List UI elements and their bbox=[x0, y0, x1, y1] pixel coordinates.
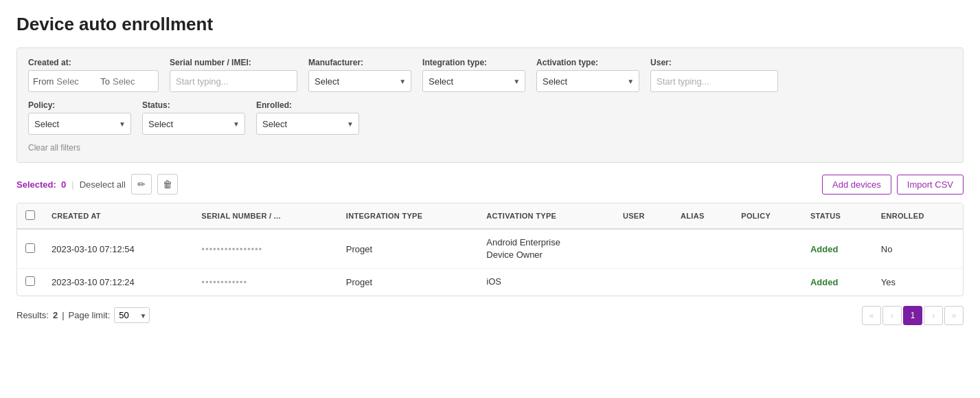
filter-manufacturer: Manufacturer: Select bbox=[308, 58, 411, 92]
manufacturer-label: Manufacturer: bbox=[308, 58, 411, 67]
integration-select[interactable]: Select bbox=[422, 70, 525, 92]
cell-status: Added bbox=[802, 269, 873, 296]
selected-info: Selected: 0 | Deselect all bbox=[16, 179, 126, 190]
select-all-col bbox=[17, 203, 43, 229]
edit-icon: ✏ bbox=[137, 179, 146, 190]
col-status: STATUS bbox=[802, 203, 873, 229]
activation-select[interactable]: Select bbox=[536, 70, 639, 92]
cell-serial: •••••••••••••••• bbox=[193, 229, 337, 269]
pagination-area: Results: 2 | Page limit: 50 10 25 100 « … bbox=[16, 306, 964, 325]
col-alias: ALIAS bbox=[672, 203, 733, 229]
pagination-controls: « ‹ 1 › » bbox=[862, 306, 964, 325]
cell-alias bbox=[672, 229, 733, 269]
page-limit-label: Page limit: bbox=[69, 310, 111, 320]
deselect-all-button[interactable]: Deselect all bbox=[80, 179, 126, 190]
first-page-button[interactable]: « bbox=[862, 306, 881, 325]
cell-activation-type: Android EnterpriseDevice Owner bbox=[478, 229, 615, 269]
import-csv-button[interactable]: Import CSV bbox=[897, 175, 964, 195]
cell-created-at: 2023-03-10 07:12:54 bbox=[43, 229, 193, 269]
cell-integration-type: Proget bbox=[338, 269, 478, 296]
filter-activation: Activation type: Select bbox=[536, 58, 639, 92]
status-select[interactable]: Select bbox=[142, 113, 245, 135]
page-1-button[interactable]: 1 bbox=[903, 306, 922, 325]
results-label: Results: bbox=[16, 310, 49, 320]
activation-label: Activation type: bbox=[536, 58, 639, 67]
filter-row-1: Created at: From To Serial number / IMEI… bbox=[28, 58, 952, 92]
date-from-input[interactable] bbox=[56, 76, 98, 87]
activation-select-wrapper: Select bbox=[536, 70, 639, 92]
to-label: To bbox=[100, 76, 110, 87]
pipe-separator: | bbox=[62, 310, 64, 320]
cell-integration-type: Proget bbox=[338, 229, 478, 269]
cell-status: Added bbox=[802, 229, 873, 269]
prev-page-button[interactable]: ‹ bbox=[882, 306, 902, 325]
filter-created-at: Created at: From To bbox=[28, 58, 159, 92]
page-limit-wrapper: 50 10 25 100 bbox=[114, 307, 150, 323]
results-count: 2 bbox=[53, 310, 58, 320]
integration-label: Integration type: bbox=[422, 58, 525, 67]
toolbar-right: Add devices Import CSV bbox=[822, 175, 964, 195]
last-page-button[interactable]: » bbox=[944, 306, 964, 325]
edit-button[interactable]: ✏ bbox=[131, 174, 152, 195]
col-created-at: CREATED AT bbox=[43, 203, 193, 229]
cell-alias bbox=[672, 269, 733, 296]
row-checkbox[interactable] bbox=[25, 276, 35, 286]
filter-enrolled: Enrolled: Select bbox=[256, 100, 359, 135]
serial-input[interactable] bbox=[170, 70, 297, 92]
add-devices-button[interactable]: Add devices bbox=[822, 175, 891, 195]
policy-label: Policy: bbox=[28, 100, 131, 110]
col-activation-type: ACTIVATION TYPE bbox=[478, 203, 615, 229]
col-serial: SERIAL NUMBER / ... bbox=[193, 203, 337, 229]
next-page-button[interactable]: › bbox=[924, 306, 943, 325]
col-user: USER bbox=[615, 203, 672, 229]
row-checkbox[interactable] bbox=[25, 243, 35, 253]
table-header: CREATED AT SERIAL NUMBER / ... INTEGRATI… bbox=[17, 203, 963, 229]
row-checkbox-cell bbox=[17, 229, 43, 269]
user-input[interactable] bbox=[650, 70, 778, 92]
integration-select-wrapper: Select bbox=[422, 70, 525, 92]
selected-count-label: Selected: 0 bbox=[16, 179, 66, 190]
col-enrolled: ENROLLED bbox=[873, 203, 963, 229]
cell-activation-type: iOS bbox=[478, 269, 615, 296]
device-table: CREATED AT SERIAL NUMBER / ... INTEGRATI… bbox=[17, 203, 963, 296]
filter-user: User: bbox=[650, 58, 778, 92]
serial-label: Serial number / IMEI: bbox=[170, 58, 297, 67]
delete-button[interactable]: 🗑 bbox=[157, 174, 178, 195]
page-limit-select[interactable]: 50 10 25 100 bbox=[114, 307, 150, 323]
cell-user bbox=[615, 269, 672, 296]
enrolled-select-wrapper: Select bbox=[256, 113, 359, 135]
cell-serial: •••••••••••• bbox=[193, 269, 337, 296]
filter-status: Status: Select bbox=[142, 100, 245, 135]
enrolled-select[interactable]: Select bbox=[256, 113, 359, 135]
policy-select-wrapper: Select bbox=[28, 113, 131, 135]
cell-created-at: 2023-03-10 07:12:24 bbox=[43, 269, 193, 296]
row-checkbox-cell bbox=[17, 269, 43, 296]
created-at-label: Created at: bbox=[28, 58, 159, 67]
filter-row-2: Policy: Select Status: Select Enroll bbox=[28, 100, 952, 135]
manufacturer-select[interactable]: Select bbox=[308, 70, 411, 92]
from-label: From bbox=[33, 76, 54, 87]
manufacturer-select-wrapper: Select bbox=[308, 70, 411, 92]
trash-icon: 🗑 bbox=[163, 179, 172, 190]
user-label: User: bbox=[650, 58, 778, 67]
cell-policy bbox=[733, 229, 802, 269]
clear-all-filters[interactable]: Clear all filters bbox=[28, 143, 952, 153]
cell-user bbox=[615, 229, 672, 269]
selected-number: 0 bbox=[61, 179, 66, 190]
status-select-wrapper: Select bbox=[142, 113, 245, 135]
filter-policy: Policy: Select bbox=[28, 100, 131, 135]
date-to-input[interactable] bbox=[113, 76, 154, 87]
filter-panel: Created at: From To Serial number / IMEI… bbox=[16, 47, 964, 163]
table-row: 2023-03-10 07:12:54 •••••••••••••••• Pro… bbox=[17, 229, 963, 269]
enrolled-label: Enrolled: bbox=[256, 100, 359, 110]
select-all-checkbox[interactable] bbox=[25, 210, 35, 220]
col-policy: POLICY bbox=[733, 203, 802, 229]
filter-integration: Integration type: Select bbox=[422, 58, 525, 92]
cell-enrolled: Yes bbox=[873, 269, 963, 296]
date-range-input[interactable]: From To bbox=[28, 70, 159, 92]
toolbar-left: Selected: 0 | Deselect all ✏ 🗑 bbox=[16, 174, 178, 195]
separator: | bbox=[71, 179, 73, 190]
policy-select[interactable]: Select bbox=[28, 113, 131, 135]
col-integration-type: INTEGRATION TYPE bbox=[338, 203, 478, 229]
results-info: Results: 2 | Page limit: 50 10 25 100 bbox=[16, 307, 150, 323]
